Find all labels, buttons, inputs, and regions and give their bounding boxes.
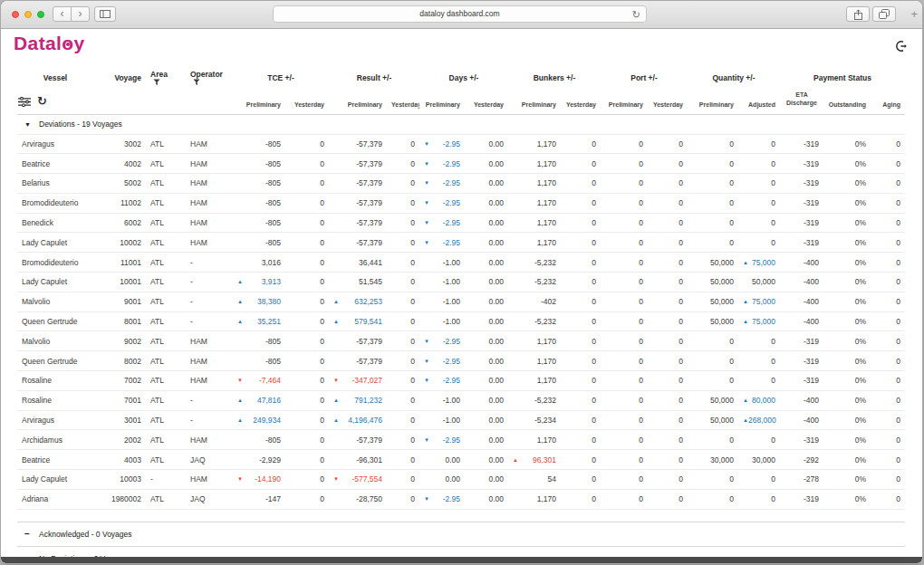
cell-days-preliminary: -1.00 <box>419 390 465 410</box>
trend-up-icon: ▲ <box>237 417 243 423</box>
cell-port-yesterday: 0 <box>648 390 688 410</box>
cell-result-preliminary: -57,379 <box>329 233 387 253</box>
voyage-row[interactable]: Archidamus2002ATLHAM-8050-57,3790▼-2.950… <box>17 430 905 450</box>
voyage-row[interactable]: Beatrice4002ATLHAM-8050-57,3790▼-2.950.0… <box>17 154 905 174</box>
col-header-quantity[interactable]: Quantity +/- <box>688 64 780 90</box>
cell-operator: - <box>186 253 233 273</box>
voyage-row[interactable]: Bromodideuterio11002ATLHAM-8050-57,3790▼… <box>17 193 905 213</box>
voyage-row[interactable]: Lady Capulet10003-HAM▼-14,1900▼-577,5540… <box>17 470 905 490</box>
cell-result-preliminary: -57,379 <box>329 213 387 233</box>
cell-result-preliminary: ▼-577,554 <box>329 470 387 490</box>
minus-icon[interactable]: − <box>24 531 33 537</box>
cell-operator: HAM <box>186 331 233 351</box>
cell-eta-discharge: -319 <box>780 351 823 371</box>
voyage-row[interactable]: Adriana1980002ATLJAQ-1470-28,7500▼-2.950… <box>17 489 905 509</box>
cell-bunkers-yesterday: 0 <box>561 273 601 292</box>
cell-result-preliminary: -96,301 <box>329 450 387 470</box>
col-header-operator[interactable]: Operator <box>186 64 233 90</box>
voyage-row[interactable]: Malvolio9001ATL-▲38,3800▲632,2530-1.000.… <box>17 292 905 311</box>
cell-quantity-preliminary: 50,000 <box>688 410 738 430</box>
share-button[interactable] <box>846 6 870 22</box>
voyage-row[interactable]: Bromodideuterio11001ATL-3,016036,4410-1.… <box>17 253 905 273</box>
voyage-row[interactable]: Lady Capulet10002ATLHAM-8050-57,3790▼-2.… <box>17 233 905 253</box>
col-header-tce[interactable]: TCE +/- <box>233 64 329 90</box>
voyage-row[interactable]: Belarius5002ATLHAM-8050-57,3790▼-2.950.0… <box>17 174 905 194</box>
cell-area: ATL <box>146 331 186 351</box>
cell-eta-discharge: -400 <box>780 390 823 410</box>
forward-button[interactable]: › <box>71 6 90 22</box>
cell-tce-preliminary: ▼-14,190 <box>233 470 285 490</box>
col-header-area[interactable]: Area <box>146 64 186 90</box>
cell-vessel: Belarius <box>17 174 93 194</box>
cell-port-yesterday: 0 <box>648 233 688 253</box>
col-header-payment-status[interactable]: Payment Status <box>780 64 905 90</box>
voyage-row[interactable]: Rosaline7002ATLHAM▼-7,4640▼-347,0270▼-2.… <box>17 371 905 391</box>
cell-outstanding: 0% <box>823 193 871 213</box>
cell-value: 96,301 <box>533 455 556 464</box>
col-header-port[interactable]: Port +/- <box>601 64 688 90</box>
operator-filter-icon[interactable] <box>193 79 200 86</box>
cell-port-preliminary: 0 <box>601 253 648 273</box>
trend-down-icon: ▼ <box>424 240 429 245</box>
show-tabs-button[interactable] <box>872 6 896 22</box>
voyage-row[interactable]: Lady Capulet10001ATL-▲3,913051,5450-1.00… <box>17 273 905 292</box>
voyage-row[interactable]: Arviragus3001ATL-▲249,9340▲4,196,4760-1.… <box>17 410 905 430</box>
cell-tce-preliminary: ▲3,913 <box>233 273 285 292</box>
area-filter-icon[interactable] <box>153 79 160 86</box>
tabs-icon <box>879 9 890 19</box>
close-window-button[interactable] <box>12 11 19 18</box>
logout-icon[interactable] <box>895 40 908 53</box>
app-header: Dataloy <box>1 29 922 62</box>
cell-area: ATL <box>146 390 186 410</box>
cell-eta-discharge: -319 <box>780 134 823 154</box>
voyage-row[interactable]: Rosaline7001ATL-▲47,8160▲791,2320-1.000.… <box>17 390 905 410</box>
cell-tce-preliminary: -805 <box>233 351 285 371</box>
trend-up-icon: ▲ <box>333 417 339 423</box>
cell-result-preliminary: 51,545 <box>329 273 387 292</box>
cell-bunkers-preliminary: 1,170 <box>508 134 561 154</box>
col-header-bunkers[interactable]: Bunkers +/- <box>508 64 601 90</box>
cell-voyage: 6002 <box>93 213 146 233</box>
col-header-vessel[interactable]: Vessel <box>17 64 93 90</box>
reload-icon[interactable]: ↻ <box>632 7 640 23</box>
app-logo: Dataloy <box>14 33 85 54</box>
cell-days-preliminary: ▼-2.95 <box>419 233 465 253</box>
cell-value: 75,000 <box>752 317 775 326</box>
cell-value: 75,000 <box>752 297 775 306</box>
cell-eta-discharge: -400 <box>780 292 823 311</box>
cell-quantity-adjusted: 0 <box>738 331 780 351</box>
cell-result-preliminary: -57,379 <box>329 174 387 194</box>
cell-vessel: Benedick <box>17 213 93 233</box>
cell-quantity-preliminary: 0 <box>688 233 738 253</box>
address-bar[interactable]: dataloy dashboard.com ↻ <box>273 5 647 23</box>
cell-result-preliminary: -57,379 <box>329 430 387 450</box>
zoom-window-button[interactable] <box>37 11 44 18</box>
voyage-row[interactable]: Queen Gertrude8002ATLHAM-8050-57,3790▼-2… <box>17 351 905 371</box>
cell-vessel: Bromodideuterio <box>17 253 93 273</box>
col-header-voyage[interactable]: Voyage <box>93 64 146 90</box>
share-icon <box>853 9 863 20</box>
cell-port-yesterday: 0 <box>648 410 688 430</box>
sidebar-toggle-button[interactable] <box>94 6 116 22</box>
cell-quantity-preliminary: 0 <box>688 154 738 174</box>
back-button[interactable]: ‹ <box>53 6 72 22</box>
trend-up-icon: ▲ <box>237 397 243 403</box>
refresh-icon[interactable]: ↻ <box>37 97 47 106</box>
cell-bunkers-yesterday: 0 <box>561 489 601 509</box>
voyage-row[interactable]: Queen Gertrude8001ATL-▲35,2510▲579,5410-… <box>17 311 905 331</box>
voyage-row[interactable]: Arviragus3002ATLHAM-8050-57,3790▼-2.950.… <box>17 134 905 154</box>
col-header-result[interactable]: Result +/- <box>329 64 419 90</box>
new-tab-button[interactable]: + <box>910 7 918 21</box>
cell-port-preliminary: 0 <box>601 351 648 371</box>
voyage-row[interactable]: Beatrice4003ATLJAQ-2,9290-96,30100.000.0… <box>17 450 905 470</box>
voyage-row[interactable]: Malvolio9002ATLHAM-8050-57,3790▼-2.950.0… <box>17 331 905 351</box>
col-header-days[interactable]: Days +/- <box>419 64 508 90</box>
section-header-acknowledged[interactable]: −Acknowledged - 0 Voyages <box>17 522 905 546</box>
cell-tce-preliminary: -805 <box>233 331 285 351</box>
voyage-row[interactable]: Benedick6002ATLHAM-8050-57,3790▼-2.950.0… <box>17 213 905 233</box>
column-settings-icon[interactable] <box>18 97 31 107</box>
section-header-deviations[interactable]: ▼Deviations - 19 Voyages <box>17 114 905 134</box>
minimize-window-button[interactable] <box>24 11 32 18</box>
cell-value: -2.95 <box>443 436 460 445</box>
collapse-triangle-icon[interactable]: ▼ <box>24 121 33 128</box>
